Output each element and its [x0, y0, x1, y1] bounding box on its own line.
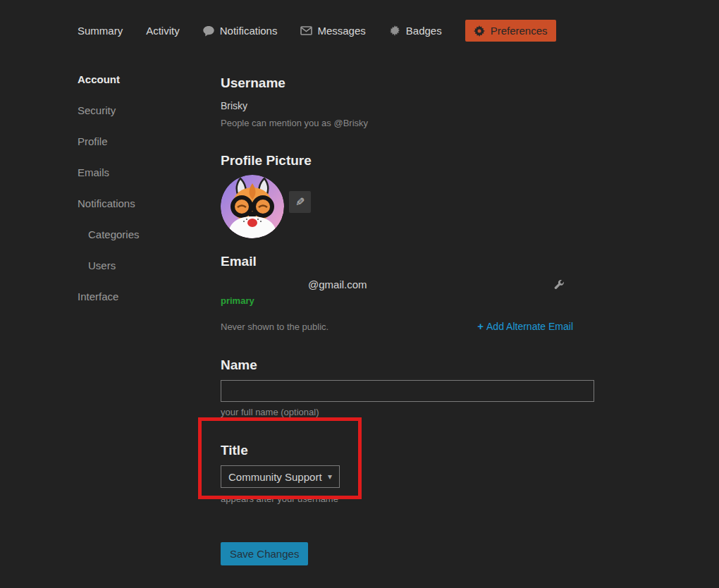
- envelope-icon: [300, 25, 312, 37]
- preferences-sidebar: Account Security Profile Emails Notifica…: [78, 73, 204, 321]
- profile-picture-row: ✎: [221, 175, 594, 238]
- tab-preferences[interactable]: Preferences: [465, 20, 556, 42]
- tab-summary-label: Summary: [78, 25, 123, 37]
- email-hint: Never shown to the public.: [221, 321, 328, 332]
- sidebar-item-account[interactable]: Account: [78, 73, 204, 85]
- sidebar-item-profile[interactable]: Profile: [78, 135, 204, 147]
- sidebar-item-emails[interactable]: Emails: [78, 166, 204, 178]
- tab-messages[interactable]: Messages: [300, 25, 365, 37]
- pencil-icon: ✎: [295, 195, 305, 209]
- name-hint: your full name (optional): [221, 407, 594, 417]
- tab-badges-label: Badges: [406, 25, 442, 37]
- title-dropdown-value: Community Support: [228, 471, 322, 483]
- sidebar-item-notifications[interactable]: Notifications: [78, 197, 204, 209]
- email-heading: Email: [221, 254, 594, 269]
- email-address: @gmail.com: [221, 278, 367, 290]
- sidebar-item-users[interactable]: Users: [88, 259, 204, 271]
- speech-bubble-icon: [203, 25, 215, 37]
- sidebar-item-security[interactable]: Security: [78, 104, 204, 116]
- tab-notifications-label: Notifications: [220, 25, 278, 37]
- gear-icon: [474, 25, 486, 37]
- tab-activity-label: Activity: [146, 25, 180, 37]
- tab-preferences-label: Preferences: [491, 25, 548, 37]
- username-heading: Username: [221, 75, 594, 91]
- tab-notifications[interactable]: Notifications: [203, 25, 278, 37]
- email-footer-row: Never shown to the public. +Add Alternat…: [221, 320, 573, 332]
- tab-activity[interactable]: Activity: [146, 25, 180, 37]
- plus-icon: +: [477, 320, 484, 332]
- title-heading: Title: [221, 443, 594, 458]
- user-preferences-page: Summary Activity Notifications Messages …: [0, 0, 719, 588]
- title-dropdown[interactable]: Community Support ▾: [221, 465, 340, 488]
- avatar: [221, 175, 284, 238]
- name-heading: Name: [221, 357, 594, 373]
- tab-messages-label: Messages: [317, 25, 365, 37]
- username-hint: People can mention you as @Brisky: [221, 118, 594, 128]
- add-alternate-email-label: Add Alternate Email: [486, 321, 573, 332]
- full-name-input[interactable]: [221, 380, 594, 402]
- sidebar-item-interface[interactable]: Interface: [78, 290, 204, 302]
- add-alternate-email-link[interactable]: +Add Alternate Email: [477, 320, 573, 332]
- title-hint: appears after your username: [221, 494, 594, 504]
- email-primary-badge: primary: [221, 295, 594, 306]
- tab-summary[interactable]: Summary: [78, 25, 123, 37]
- edit-avatar-button[interactable]: ✎: [289, 191, 311, 213]
- chevron-down-icon: ▾: [328, 472, 332, 482]
- account-settings-panel: Username Brisky People can mention you a…: [221, 70, 594, 565]
- profile-picture-heading: Profile Picture: [221, 153, 594, 169]
- save-changes-button[interactable]: Save Changes: [221, 542, 308, 565]
- sidebar-item-categories[interactable]: Categories: [88, 228, 204, 240]
- user-nav: Summary Activity Notifications Messages …: [78, 20, 556, 42]
- tab-badges[interactable]: Badges: [389, 25, 442, 37]
- wrench-icon[interactable]: [553, 280, 565, 291]
- username-value: Brisky: [221, 100, 594, 111]
- badge-icon: [389, 25, 401, 37]
- email-row: @gmail.com: [221, 278, 573, 293]
